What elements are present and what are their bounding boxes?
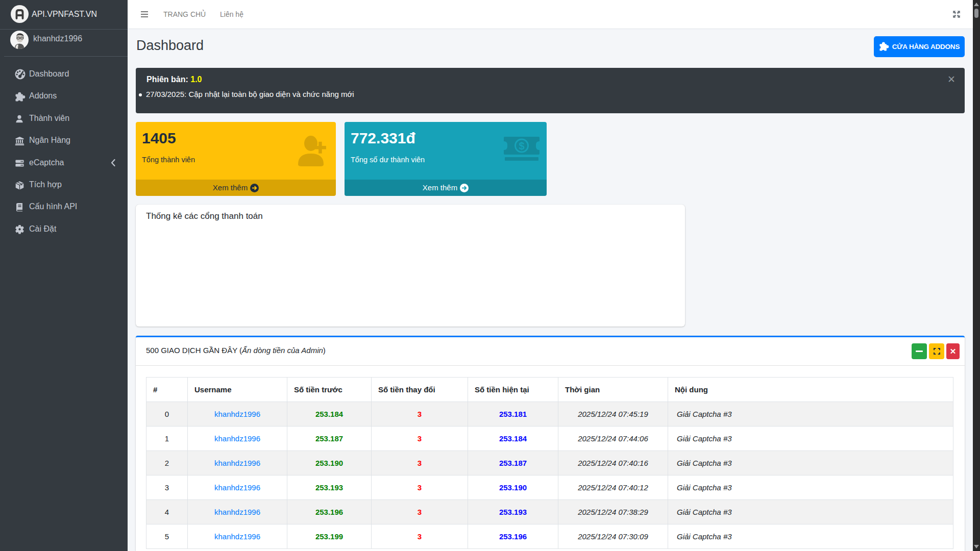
svg-text:$: $	[519, 140, 524, 152]
